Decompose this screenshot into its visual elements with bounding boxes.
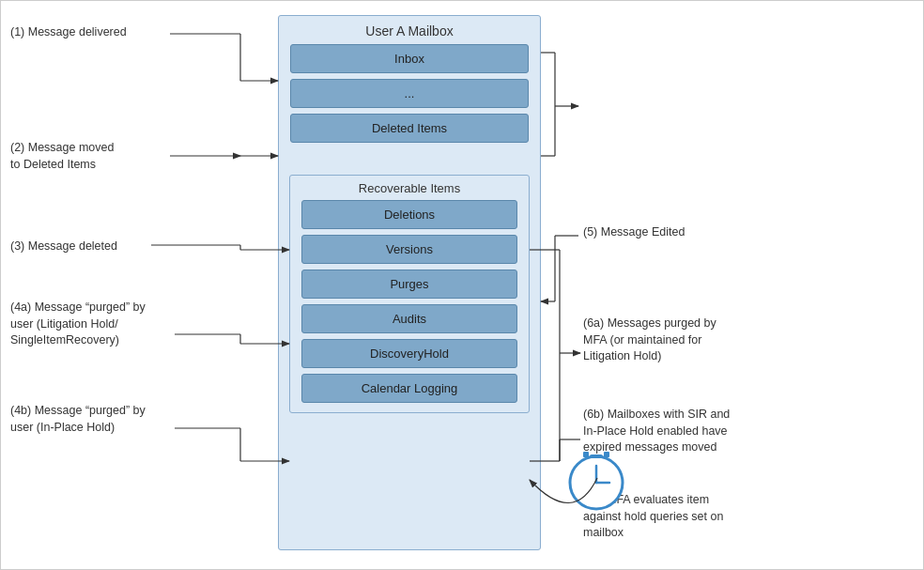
folder-deleted-items: Deleted Items (290, 114, 529, 143)
left-label-4a: (4a) Message “purged” byuser (Litigation… (10, 300, 146, 349)
folder-ellipsis: ... (290, 79, 529, 108)
svg-rect-4 (583, 452, 589, 457)
mailbox-title: User A Mailbox (279, 16, 540, 44)
clock-icon (562, 447, 630, 515)
svg-rect-5 (604, 452, 609, 457)
folder-calendar-logging: Calendar Logging (301, 374, 517, 403)
folder-deletions: Deletions (301, 200, 517, 229)
folder-discoveryhold: DiscoveryHold (301, 339, 517, 368)
recoverable-section: Recoverable Items Deletions Versions Pur… (289, 175, 530, 413)
left-label-1: (1) Message delivered (10, 24, 127, 41)
left-label-3: (3) Message deleted (10, 239, 117, 255)
diagram-container: (1) Message delivered (2) Message movedt… (0, 0, 924, 570)
right-label-6a: (6a) Messages purged byMFA (or maintaine… (583, 316, 716, 365)
folder-versions: Versions (301, 235, 517, 264)
left-label-2: (2) Message movedto Deleted Items (10, 140, 114, 173)
right-label-5: (5) Message Edited (583, 224, 685, 241)
svg-rect-3 (590, 454, 603, 458)
recoverable-folders: Deletions Versions Purges Audits Discove… (301, 200, 517, 403)
folder-inbox: Inbox (290, 44, 529, 73)
left-label-4b: (4b) Message “purged” byuser (In-Place H… (10, 403, 146, 436)
folder-purges: Purges (301, 270, 517, 299)
folder-audits: Audits (301, 304, 517, 333)
inbox-area: Inbox ... Deleted Items (290, 44, 529, 143)
recoverable-title: Recoverable Items (290, 176, 529, 200)
